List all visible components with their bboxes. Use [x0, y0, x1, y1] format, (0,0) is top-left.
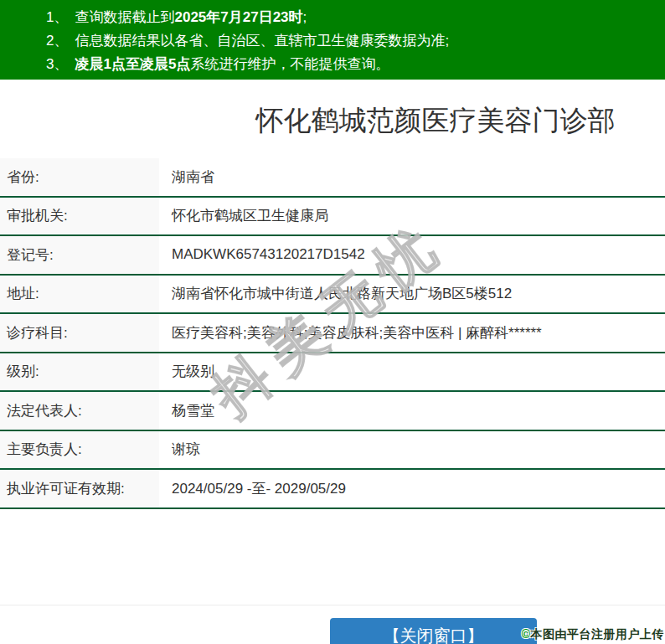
row-label: 登记号: [0, 236, 159, 274]
info-table: 省份: 湖南省 审批机关: 怀化市鹤城区卫生健康局 登记号: MADKWK657… [0, 158, 665, 509]
table-row-license-validity: 执业许可证有效期: 2024/05/29 -至- 2029/05/29 [0, 470, 665, 509]
upload-attribution: ©本图由平台注册用户上传 [522, 627, 664, 642]
table-row-address: 地址: 湖南省怀化市城中街道人民北路新天地广场B区5楼512 [0, 276, 665, 315]
upload-attribution-text: 本图由平台注册用户上传 [531, 627, 665, 641]
notice-line-3: 3、凌晨1点至凌晨5点系统进行维护，不能提供查询。 [0, 53, 665, 76]
row-label: 主要负责人: [0, 431, 159, 469]
notice-line-2: 2、信息数据结果以各省、自治区、直辖市卫生健康委数据为准; [0, 29, 665, 53]
notice-line-1: 1、查询数据截止到2025年7月27日23时; [0, 6, 665, 29]
notice-text: 信息数据结果以各省、自治区、直辖市卫生健康委数据为准; [75, 33, 449, 49]
notice-text: 查询数据截止到 [75, 9, 174, 25]
notice-text: ; [303, 9, 307, 25]
row-value: 2024/05/29 -至- 2029/05/29 [159, 470, 665, 507]
row-label: 法定代表人: [0, 392, 159, 430]
table-row-registration-number: 登记号: MADKWK65743120217D1542 [0, 236, 665, 276]
notice-banner: 1、查询数据截止到2025年7月27日23时; 2、信息数据结果以各省、自治区、… [0, 0, 665, 80]
table-row-level: 级别: 无级别 [0, 353, 665, 393]
copyright-icon: © [522, 627, 531, 641]
row-value: 无级别 [159, 353, 665, 391]
table-row-main-responsible-person: 主要负责人: 谢琼 [0, 431, 665, 471]
clinic-name-title: 怀化鹤城范颜医疗美容门诊部 [103, 104, 665, 137]
row-value: MADKWK65743120217D1542 [159, 236, 665, 274]
row-label: 诊疗科目: [0, 314, 159, 352]
notice-number: 2、 [46, 33, 68, 49]
table-row-legal-representative: 法定代表人: 杨雪堂 [0, 392, 665, 431]
table-row-medical-subjects: 诊疗科目: 医疗美容科;美容外科;美容皮肤科;美容中医科 | 麻醉科****** [0, 314, 665, 353]
notice-text-bold: 2025年7月27日23时 [174, 9, 302, 25]
notice-number: 1、 [46, 9, 68, 25]
table-row-province: 省份: 湖南省 [0, 158, 665, 198]
notice-text: 系统进行维护，不能提供查询。 [190, 56, 389, 72]
row-value: 湖南省 [159, 158, 665, 196]
close-window-button[interactable]: 【关闭窗口】 [330, 618, 537, 644]
table-row-approval-authority: 审批机关: 怀化市鹤城区卫生健康局 [0, 198, 665, 237]
row-label: 审批机关: [0, 198, 159, 235]
row-label: 地址: [0, 276, 159, 313]
row-value: 谢琼 [159, 431, 665, 469]
row-label: 执业许可证有效期: [0, 470, 159, 507]
row-value: 杨雪堂 [159, 392, 665, 430]
row-label: 省份: [0, 158, 159, 196]
row-value: 医疗美容科;美容外科;美容皮肤科;美容中医科 | 麻醉科****** [159, 314, 665, 352]
footer-bar: 【关闭窗口】 ©本图由平台注册用户上传 [0, 605, 665, 644]
notice-text-bold: 凌晨1点至凌晨5点 [75, 56, 190, 72]
row-value: 怀化市鹤城区卫生健康局 [159, 198, 665, 235]
row-value: 湖南省怀化市城中街道人民北路新天地广场B区5楼512 [159, 276, 665, 313]
notice-number: 3、 [46, 56, 68, 72]
row-label: 级别: [0, 353, 159, 391]
